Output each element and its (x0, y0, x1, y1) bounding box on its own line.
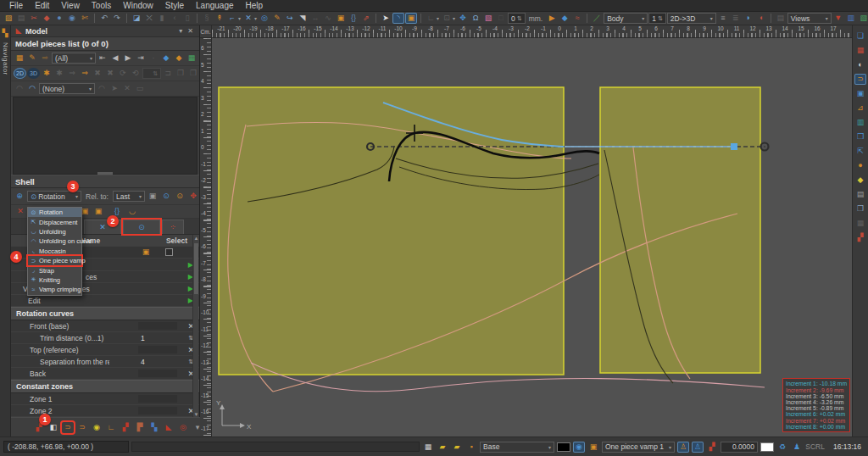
layer-yellow-icon[interactable]: ▰ (437, 442, 448, 453)
page1-dim-icon[interactable]: ❐ (175, 68, 186, 79)
menu-item-rotation[interactable]: ⊙Rotation (28, 208, 81, 217)
menu-item-one-piece-vamp[interactable]: ⊃One piece vamp (28, 256, 81, 265)
measure-red-icon[interactable]: ▞ (706, 442, 718, 453)
mirror-curve-icon[interactable]: ✕ (242, 13, 254, 24)
person-blue-icon[interactable]: ♟ (791, 442, 803, 453)
wave-red-icon[interactable]: ≈ (571, 13, 583, 24)
hammer-icon[interactable]: ⤫ (143, 13, 155, 24)
menu-item-vamp-crimping[interactable]: ≈Vamp crimping (28, 285, 81, 294)
paste-icon[interactable]: ▯ (181, 13, 193, 24)
offset-field[interactable]: 0⇅ (508, 13, 526, 24)
folder-icon[interactable]: ▤ (775, 13, 787, 24)
line-color-swatch[interactable] (557, 442, 570, 452)
corner-blue-icon[interactable]: ⇱ (854, 146, 866, 157)
count-field[interactable]: 1⇅ (648, 13, 666, 24)
xmove-red-icon[interactable]: ✥ (187, 191, 199, 202)
person1-icon[interactable]: ♙ (677, 442, 689, 453)
lock-icon[interactable]: ▣ (587, 442, 599, 453)
symmetry-icon[interactable]: ✥ (457, 13, 469, 24)
ball-orange-icon[interactable]: ● (854, 160, 866, 171)
shoe-red-icon[interactable]: ◖ (755, 13, 767, 24)
brush-green-icon[interactable]: ／ (591, 13, 603, 24)
value-field[interactable] (138, 346, 177, 353)
last-piece-icon[interactable]: ⇥ (135, 53, 147, 64)
panel-blue-icon[interactable]: ▣ (854, 88, 866, 99)
stitch-icon[interactable]: § (201, 13, 213, 24)
teal-grid-icon[interactable]: ▥ (854, 117, 866, 128)
columns-icon[interactable]: ▥ (845, 13, 857, 24)
key-red-icon[interactable]: ◆ (41, 13, 53, 24)
zoom-icon[interactable]: ◉ (66, 13, 78, 24)
persons-add-icon[interactable]: ◆ (173, 53, 185, 64)
xcurve-dim-icon[interactable]: ✕ (121, 83, 133, 94)
splitter-grip[interactable] (97, 172, 113, 175)
pattern-sheet-left[interactable] (219, 87, 564, 375)
pencil-orange-icon[interactable]: ✎ (26, 53, 38, 64)
blue-handle-point[interactable] (731, 143, 737, 150)
front-base-row[interactable]: Front (base) ✕ (11, 320, 199, 332)
dropdown-caret[interactable]: ▾ (437, 15, 439, 21)
page2-dim-icon[interactable]: ❐ (187, 68, 199, 79)
menu-item-displacement[interactable]: ⇱Displacement (28, 217, 81, 226)
lock-icon[interactable]: ▣ (335, 13, 347, 24)
copy-icon[interactable]: ▮ (156, 13, 168, 24)
lock-toggle-icon[interactable]: ▣ (405, 13, 417, 24)
flip-orange-icon[interactable]: ⇒ (79, 68, 91, 79)
grid-view-icon[interactable]: ▦ (422, 442, 434, 453)
menu-item-strap[interactable]: ◞Strap (28, 265, 81, 275)
mirror-dim-icon[interactable]: ⊐ (162, 68, 174, 79)
pattern-drawing[interactable]: Y X (212, 38, 852, 437)
layer-yellow2-icon[interactable]: ▰ (451, 442, 463, 453)
flag-orange-icon[interactable]: ▶ (546, 13, 558, 24)
curve-point-icon[interactable]: ◠ (26, 83, 38, 94)
corner-curve-icon[interactable]: ⌐ (226, 13, 238, 24)
delete-x-icon[interactable]: ✕ (14, 206, 26, 217)
loop-icon[interactable]: Ω (470, 13, 481, 24)
center-icon[interactable]: ⊡ (441, 13, 453, 24)
properties-scrollbar[interactable]: ▲ ▼ (192, 235, 198, 418)
separation-value[interactable]: 4 (141, 358, 145, 366)
heel-icon[interactable]: ∟ (105, 422, 117, 433)
node-icon[interactable]: ∿ (322, 13, 334, 24)
persons-blue-icon[interactable]: ◆ (160, 53, 172, 64)
cup-yellow-icon[interactable]: ◆ (854, 175, 866, 186)
dropdown-caret[interactable]: ▾ (238, 15, 241, 21)
reg-circle-icon[interactable]: ◎ (177, 422, 189, 433)
menu-help[interactable]: Help (240, 0, 270, 12)
cross2-dim-icon[interactable]: ✖ (104, 68, 116, 79)
shoe-blue-icon[interactable]: ◗ (743, 13, 754, 24)
menu-file[interactable]: File (3, 0, 29, 12)
rel-to-select[interactable]: Last▾ (113, 191, 145, 202)
rot2-dim-icon[interactable]: ⟲ (130, 68, 142, 79)
tab-rotation-settings[interactable]: ⊙ (123, 220, 160, 234)
pencil-icon[interactable]: ✎ (271, 13, 283, 24)
image-icon[interactable]: ▧ (482, 13, 494, 24)
trim-value[interactable]: 1 (141, 334, 145, 342)
redo-icon[interactable]: ↷ (111, 13, 123, 24)
ring-yellow-icon[interactable]: ◉ (91, 422, 103, 433)
person2-icon[interactable]: ♙ (692, 442, 704, 453)
boot-icon[interactable]: ▛ (134, 422, 146, 433)
eraser-icon[interactable]: ◪ (131, 13, 142, 24)
layer-select[interactable]: Base▾ (480, 442, 554, 453)
pin-add-icon[interactable]: ↟ (214, 13, 225, 24)
lock2-icon[interactable]: ▣ (92, 206, 104, 217)
view-3d-button[interactable]: 3D (27, 68, 40, 79)
snap-icon[interactable]: ∟ (425, 13, 437, 24)
curve-dim-icon[interactable]: ◠ (14, 83, 25, 94)
prev-piece-icon[interactable]: ◀ (109, 53, 121, 64)
background-color-swatch[interactable] (760, 442, 774, 452)
eye-icon[interactable]: ◉ (573, 442, 585, 453)
pick-dim-icon[interactable]: ➤ (108, 83, 120, 94)
target-icon[interactable]: ◎ (259, 13, 270, 24)
curve2-dim-icon[interactable]: ◠ (96, 83, 108, 94)
trim-distance-row[interactable]: Trim distance (0...1) 1 ⇅ (11, 332, 199, 344)
link-icon[interactable]: ↔ (309, 13, 321, 24)
view-2d-button[interactable]: 2D (14, 68, 26, 79)
menu-style[interactable]: Style (159, 0, 190, 12)
vamp-tool-icon[interactable]: ⊃ (854, 74, 866, 85)
cursor-icon[interactable]: ➤ (380, 13, 392, 24)
gear-blue-icon[interactable]: ⊙ (160, 191, 172, 202)
wedge-orange-icon[interactable]: ⊿ (854, 103, 866, 114)
table-green-icon[interactable]: ▦ (186, 53, 198, 64)
